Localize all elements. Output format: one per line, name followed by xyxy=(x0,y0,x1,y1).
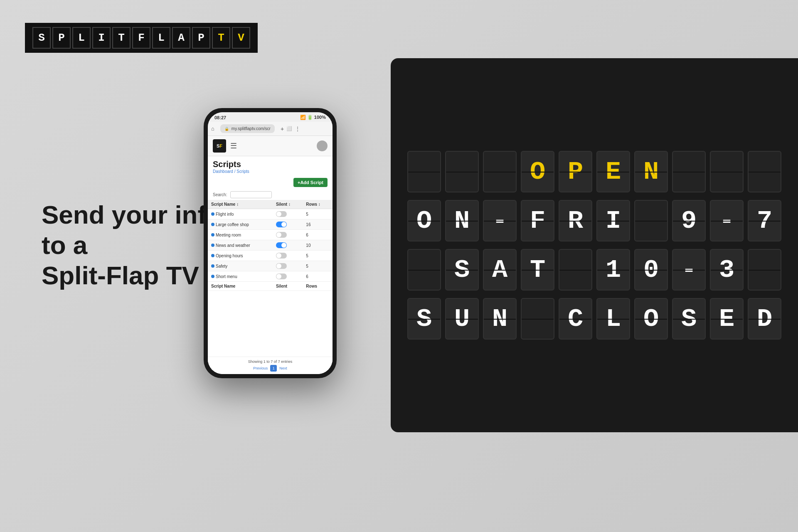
flap-empty xyxy=(710,151,744,192)
board-row-hours2: S A T 1 0 - 3 xyxy=(407,249,781,291)
flap-empty xyxy=(483,151,517,192)
script-rows-cell: 5 xyxy=(303,261,332,271)
browser-plus-icon[interactable]: + xyxy=(281,126,284,132)
breadcrumb[interactable]: Dashboard / Scripts xyxy=(213,169,328,174)
flap-empty xyxy=(748,151,781,192)
logo-p2: P xyxy=(192,27,210,49)
flap-d: D xyxy=(748,298,781,340)
flap-n: N xyxy=(483,298,517,340)
flap-space xyxy=(407,249,441,291)
table-row[interactable]: Short menu6 xyxy=(208,271,332,282)
script-rows-cell: 5 xyxy=(303,251,332,261)
next-button[interactable]: Next xyxy=(279,366,287,370)
flap-e: E xyxy=(710,298,744,340)
script-name-cell: Flight info xyxy=(208,209,273,219)
search-input[interactable] xyxy=(230,191,272,198)
flap-o: O xyxy=(634,298,668,340)
flap-n: N xyxy=(634,151,668,192)
table-row[interactable]: Large coffee shop16 xyxy=(208,219,332,230)
board-row-open: O P E N xyxy=(407,151,781,192)
flap-c: C xyxy=(559,298,592,340)
add-script-button[interactable]: +Add Script xyxy=(293,178,328,187)
flap-r: R xyxy=(559,200,592,241)
col-silent[interactable]: Silent ↕ xyxy=(273,200,303,209)
page-1-button[interactable]: 1 xyxy=(270,365,277,372)
script-silent-cell[interactable] xyxy=(273,240,303,251)
avatar[interactable] xyxy=(317,140,328,151)
logo-tv-t: T xyxy=(212,27,230,49)
flap-s2: S xyxy=(672,298,706,340)
prev-button[interactable]: Previous xyxy=(253,366,268,370)
script-name-cell: Short menu xyxy=(208,271,273,282)
logo-l2: L xyxy=(152,27,170,49)
tagline-line1: Send your info xyxy=(42,200,222,230)
flap-o: O xyxy=(521,151,554,192)
search-label: Search: xyxy=(213,192,227,197)
table-footer: Showing 1 to 7 of 7 entries Previous 1 N… xyxy=(208,357,332,374)
logo-a: A xyxy=(172,27,190,49)
script-rows-cell: 16 xyxy=(303,219,332,230)
flap-o: O xyxy=(407,200,441,241)
page-title: Scripts xyxy=(213,160,328,169)
flap-s: S xyxy=(407,298,441,340)
flap-i: I xyxy=(596,200,630,241)
script-name-cell: Large coffee shop xyxy=(208,219,273,230)
flap-dash: - xyxy=(483,200,517,241)
board-row-hours1: O N - F R I 9 - 7 xyxy=(407,200,781,241)
flap-empty xyxy=(407,151,441,192)
script-silent-cell[interactable] xyxy=(273,251,303,261)
flap-dash: - xyxy=(672,249,706,291)
scripts-toolbar: +Add Script xyxy=(208,175,332,190)
table-row[interactable]: Opening hours5 xyxy=(208,251,332,261)
script-name-cell: Safety xyxy=(208,261,273,271)
flap-space xyxy=(521,298,554,340)
flap-1: 1 xyxy=(596,249,630,291)
hamburger-icon[interactable]: ☰ xyxy=(230,141,237,150)
flap-empty xyxy=(672,151,706,192)
script-rows-cell: 5 xyxy=(303,209,332,219)
flap-a: A xyxy=(483,249,517,291)
phone-mockup: 08:27 📶 🔋 100% ⌂ 🔒 my.splitflaptv.com/sc… xyxy=(204,108,337,378)
logo-t: T xyxy=(112,27,131,49)
col-silent-footer: Silent xyxy=(273,282,303,291)
browser-menu-icon[interactable]: ⋮ xyxy=(295,126,300,132)
script-silent-cell[interactable] xyxy=(273,219,303,230)
script-silent-cell[interactable] xyxy=(273,271,303,282)
scripts-table: Script Name ↕ Silent ↕ Rows ↕ Flight inf… xyxy=(208,200,332,291)
pagination: Previous 1 Next xyxy=(213,365,328,372)
script-rows-cell: 6 xyxy=(303,271,332,282)
logo-box: S P L I T F L A P T V xyxy=(25,23,258,53)
col-rows[interactable]: Rows ↕ xyxy=(303,200,332,209)
browser-tabs-icon[interactable]: ⬜ xyxy=(286,126,292,131)
browser-home-icon[interactable]: ⌂ xyxy=(211,126,214,132)
flap-space xyxy=(559,249,592,291)
script-silent-cell[interactable] xyxy=(273,209,303,219)
table-footer-row: Script Name Silent Rows xyxy=(208,282,332,291)
logo-l: L xyxy=(72,27,91,49)
footer-text: Showing 1 to 7 of 7 entries xyxy=(213,360,328,364)
script-name-cell: Meeting room xyxy=(208,230,273,240)
col-script-name[interactable]: Script Name ↕ xyxy=(208,200,273,209)
flap-7: 7 xyxy=(748,200,781,241)
status-time: 08:27 xyxy=(214,115,226,120)
flap-t: T xyxy=(521,249,554,291)
logo-s: S xyxy=(32,27,51,49)
col-rows-footer: Rows xyxy=(303,282,332,291)
table-row[interactable]: News and weather10 xyxy=(208,240,332,251)
script-silent-cell[interactable] xyxy=(273,261,303,271)
table-row[interactable]: Safety5 xyxy=(208,261,332,271)
script-silent-cell[interactable] xyxy=(273,230,303,240)
script-name-cell: Opening hours xyxy=(208,251,273,261)
address-bar[interactable]: 🔒 my.splitflaptv.com/scr xyxy=(220,124,275,133)
flap-space xyxy=(748,249,781,291)
flap-3: 3 xyxy=(710,249,744,291)
table-row[interactable]: Flight info5 xyxy=(208,209,332,219)
flap-space xyxy=(634,200,668,241)
status-icons: 📶 🔋 100% xyxy=(300,115,326,120)
page-header: Scripts Dashboard / Scripts xyxy=(208,156,332,175)
flap-u: U xyxy=(445,298,479,340)
flap-empty xyxy=(445,151,479,192)
tagline-line2: to a xyxy=(42,230,222,260)
tagline-line3: Split-Flap TV xyxy=(42,260,222,291)
table-row[interactable]: Meeting room6 xyxy=(208,230,332,240)
